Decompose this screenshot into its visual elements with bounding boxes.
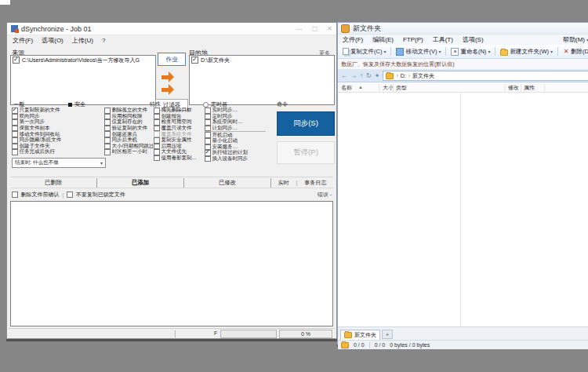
menu-tools[interactable]: 工具(T) [433, 35, 453, 44]
breadcrumb[interactable]: › D: › 新文件夹 [383, 71, 588, 81]
checkbox-icon[interactable] [205, 126, 211, 132]
chevron-down-icon: ▾ [100, 160, 103, 166]
menu-help[interactable]: ? [102, 37, 105, 44]
tab-updated[interactable]: 已修改 [184, 178, 271, 188]
checkbox-icon[interactable] [154, 137, 160, 144]
move-file-button[interactable]: 移动文件(V) ▾ [393, 46, 444, 57]
checkbox-icon[interactable] [154, 119, 160, 126]
command-header: 命令 [277, 100, 288, 108]
fm-file-list[interactable] [338, 93, 588, 326]
favorites-icon[interactable]: ✦ [375, 72, 380, 80]
checkbox-icon[interactable] [104, 137, 111, 144]
menu-ftp[interactable]: FTP(P) [403, 36, 423, 43]
checkbox-icon[interactable] [104, 144, 111, 150]
checkbox-icon[interactable] [12, 191, 18, 198]
checkbox-icon[interactable] [205, 138, 211, 144]
synchronize-button[interactable]: 同步(S) [277, 111, 335, 136]
checkbox-icon[interactable] [154, 155, 160, 162]
back-icon[interactable]: ← [341, 72, 347, 80]
checkbox-icon[interactable] [12, 126, 18, 132]
menu-file[interactable]: 文件(F) [343, 35, 363, 44]
copy-file-button[interactable]: 复制文件(C) ▾ [339, 46, 389, 57]
checkbox-icon[interactable] [12, 144, 18, 150]
sources-list[interactable]: C:\Users\Administrator\Videos\当一方修改导入G [10, 55, 156, 105]
tab-added[interactable]: 已添加 [97, 178, 184, 188]
delete-button[interactable]: ✕ 删除(D) ▾ [560, 46, 588, 57]
column-name[interactable]: 名称 [341, 84, 352, 92]
column-size[interactable]: 大小 [383, 84, 394, 92]
end-action-select[interactable]: 结束时: 什么也不做 ▾ [12, 158, 106, 168]
source-item[interactable]: C:\Users\Administrator\Videos\当一方修改导入G [11, 56, 155, 64]
refresh-icon[interactable]: ↻ [366, 72, 372, 80]
minimize-icon[interactable]: — [296, 26, 303, 32]
folder-tab-active[interactable]: 新文件夹 [340, 330, 380, 340]
menu-options[interactable]: 选项(O) [42, 36, 64, 45]
option-row[interactable]: 插入设备时同步 [205, 156, 266, 162]
rename-button[interactable]: a 重命名(N) ▾ [448, 46, 493, 57]
checkbox-icon[interactable] [205, 132, 211, 138]
checkbox-icon[interactable] [104, 108, 111, 114]
checkbox-icon[interactable] [12, 131, 18, 137]
tab-deleted[interactable]: 已删除 [10, 178, 97, 188]
checkbox-icon[interactable] [104, 119, 111, 126]
menu-view[interactable]: 选项(S) [463, 35, 484, 44]
fm-tabbar: 新文件夹 + [338, 326, 588, 340]
sync-titlebar[interactable]: dSynchronize - Job 01 — ▢ ✕ [7, 23, 336, 35]
fm-titlebar[interactable]: 新文件夹 [338, 23, 588, 35]
checkbox-icon[interactable] [67, 191, 73, 198]
checkbox-icon[interactable] [154, 131, 160, 137]
sync-window: dSynchronize - Job 01 — ▢ ✕ 文件(F) 选项(O) … [6, 22, 337, 339]
checkbox-icon[interactable] [154, 108, 160, 114]
checkbox-icon[interactable] [104, 131, 111, 137]
folder-icon [344, 332, 352, 338]
checkbox-icon[interactable] [104, 149, 111, 155]
forward-icon[interactable]: → [350, 72, 357, 80]
tab-realtime[interactable]: 实时 [278, 179, 289, 187]
jobs-button[interactable]: 作业 [158, 53, 186, 66]
checkbox-icon[interactable] [154, 149, 160, 155]
checkbox-icon[interactable] [12, 108, 18, 114]
tab-log[interactable]: 事务日志 [304, 179, 326, 187]
column-type[interactable]: 类型 [396, 84, 407, 92]
fm-column-headers: 名称 ▲ 大小 类型 修改 属性 [338, 82, 588, 93]
option-row[interactable]: 使用卷影复制… [154, 155, 199, 162]
menu-help[interactable]: 帮助(M) ▾ [563, 35, 588, 44]
checkbox-icon[interactable] [154, 144, 160, 150]
menu-edit[interactable]: 编辑(E) [372, 35, 394, 44]
destination-item[interactable]: D:\新文件夹 [190, 56, 334, 64]
option-row[interactable]: 时区相差一小时 [104, 149, 153, 155]
column-attributes[interactable]: 属性 [524, 84, 535, 92]
checkbox-icon[interactable] [104, 126, 111, 132]
maximize-icon[interactable]: ▢ [312, 26, 318, 32]
checkbox-icon[interactable] [12, 137, 18, 144]
breadcrumb-drive[interactable]: D: [401, 73, 406, 78]
file-manager-window: 新文件夹 文件(F) 编辑(E) FTP(P) 工具(T) 选项(S) 帮助(M… [337, 22, 588, 345]
progress-percent: 0 % [279, 330, 332, 338]
menu-file[interactable]: 文件(F) [13, 36, 33, 45]
up-icon[interactable]: ↑ [360, 72, 363, 80]
color-swatch[interactable] [68, 103, 72, 107]
checkbox-icon[interactable] [154, 114, 160, 120]
checkbox-icon[interactable] [12, 119, 18, 126]
checkbox-icon[interactable] [154, 126, 160, 132]
destinations-list[interactable]: D:\新文件夹 [189, 55, 335, 105]
new-folder-button[interactable]: 新建文件夹(W) ▾ [497, 46, 556, 57]
column-modified[interactable]: 修改 [508, 84, 519, 92]
checkbox-icon[interactable] [104, 114, 111, 120]
checkbox-icon[interactable] [205, 108, 211, 114]
stop-button[interactable]: 暂停(P) [277, 141, 335, 164]
checkbox-icon[interactable] [12, 149, 18, 155]
menu-upload[interactable]: 上传(U) [72, 36, 93, 45]
close-icon[interactable]: ✕ [327, 26, 332, 32]
checkbox-icon[interactable] [205, 114, 211, 120]
checkbox-icon[interactable] [13, 57, 20, 64]
add-tab-button[interactable]: + [382, 330, 393, 339]
checkbox-icon[interactable] [12, 114, 18, 120]
checkbox-icon[interactable] [205, 156, 211, 162]
results-list[interactable] [10, 201, 333, 326]
checkbox-icon[interactable] [205, 119, 211, 126]
breadcrumb-folder[interactable]: 新文件夹 [412, 72, 434, 80]
checkbox-icon[interactable] [191, 57, 198, 64]
checkbox-icon[interactable] [205, 150, 211, 156]
option-row[interactable]: 任务完成后执行 [12, 149, 103, 155]
